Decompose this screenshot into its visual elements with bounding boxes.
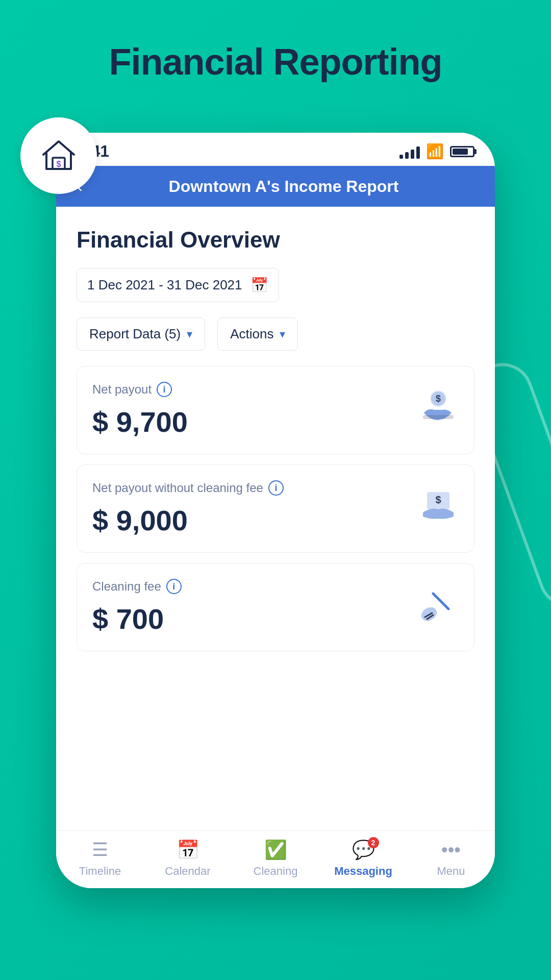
nav-item-messaging[interactable]: 💬 2 Messaging [319, 839, 407, 878]
net-payout-no-cleaning-card: Net payout without cleaning fee i $ 9,00… [77, 464, 474, 553]
messaging-label: Messaging [334, 865, 392, 878]
net-payout-info-icon[interactable]: i [157, 382, 172, 397]
phone-mockup: 9:41 📶 ‹ Downtown A's Income Report Fina… [56, 133, 495, 888]
actions-arrow-icon: ▾ [280, 328, 285, 341]
calendar-nav-icon: 📅 [177, 839, 199, 861]
svg-line-8 [433, 594, 448, 609]
cleaning-fee-card: Cleaning fee i $ 700 [77, 563, 474, 651]
svg-rect-5 [423, 415, 454, 419]
actions-dropdown[interactable]: Actions ▾ [217, 317, 298, 351]
timeline-label: Timeline [79, 865, 121, 878]
metrics-section: Net payout i $ 9,700 $ Net payout withou… [56, 366, 495, 651]
wifi-icon: 📶 [426, 143, 444, 160]
calendar-label: Calendar [165, 865, 210, 878]
cleaning-label: Cleaning [254, 865, 298, 878]
messaging-badge-container: 💬 2 [352, 839, 375, 861]
bottom-nav: ☰ Timeline 📅 Calendar ✅ Cleaning 💬 2 Mes… [56, 830, 495, 888]
status-bar: 9:41 📶 [56, 133, 495, 166]
net-payout-no-cleaning-icon: $ [418, 485, 459, 533]
nav-item-timeline[interactable]: ☰ Timeline [56, 839, 144, 878]
nav-item-calendar[interactable]: 📅 Calendar [144, 839, 232, 878]
cleaning-fee-value: $ 700 [92, 602, 459, 635]
cleaning-fee-info-icon[interactable]: i [166, 579, 182, 594]
battery-icon [450, 146, 474, 157]
content-header: Financial Overview 1 Dec 2021 - 31 Dec 2… [56, 207, 495, 351]
page-title: Financial Reporting [0, 41, 551, 83]
timeline-icon: ☰ [92, 839, 108, 861]
menu-label: Menu [437, 865, 465, 878]
svg-text:$: $ [435, 494, 441, 505]
nav-title: Downtown A's Income Report [93, 177, 474, 196]
financial-overview-title: Financial Overview [77, 227, 474, 253]
signal-icon [399, 144, 420, 159]
net-payout-label: Net payout i [92, 382, 459, 397]
report-data-label: Report Data (5) [89, 326, 181, 342]
date-range-selector[interactable]: 1 Dec 2021 - 31 Dec 2021 📅 [77, 268, 279, 302]
report-data-arrow-icon: ▾ [187, 328, 192, 341]
net-payout-value: $ 9,700 [92, 405, 459, 438]
net-payout-no-cleaning-info-icon[interactable]: i [268, 480, 284, 496]
cleaning-fee-icon [418, 583, 459, 631]
nav-item-cleaning[interactable]: ✅ Cleaning [232, 839, 319, 878]
svg-text:$: $ [57, 160, 61, 168]
actions-label: Actions [230, 326, 273, 342]
cleaning-fee-label: Cleaning fee i [92, 579, 459, 594]
status-icons: 📶 [399, 143, 474, 160]
dropdowns-row: Report Data (5) ▾ Actions ▾ [77, 317, 474, 351]
net-payout-no-cleaning-label: Net payout without cleaning fee i [92, 480, 459, 496]
svg-text:$: $ [436, 394, 441, 404]
report-data-dropdown[interactable]: Report Data (5) ▾ [77, 317, 205, 351]
net-payout-icon: $ [418, 386, 459, 434]
net-payout-card: Net payout i $ 9,700 $ [77, 366, 474, 454]
date-range-text: 1 Dec 2021 - 31 Dec 2021 [87, 277, 242, 293]
nav-item-menu[interactable]: ••• Menu [407, 839, 495, 878]
home-dollar-icon-circle: $ [20, 117, 97, 194]
cleaning-icon: ✅ [264, 839, 287, 861]
calendar-icon: 📅 [251, 277, 268, 293]
net-payout-no-cleaning-value: $ 9,000 [92, 504, 459, 537]
nav-header: ‹ Downtown A's Income Report [56, 166, 495, 207]
messaging-badge: 2 [368, 837, 379, 848]
menu-icon: ••• [441, 839, 461, 861]
home-dollar-icon: $ [38, 135, 79, 176]
